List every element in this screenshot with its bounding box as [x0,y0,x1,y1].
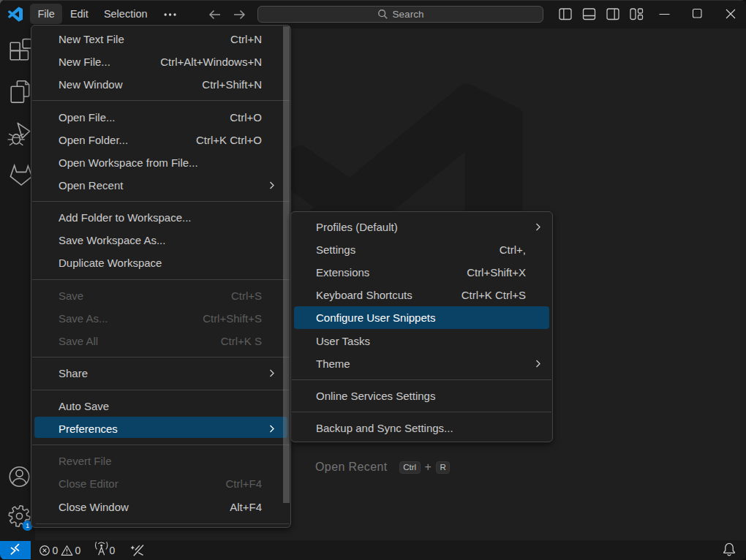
svg-text:0: 0 [110,545,116,556]
svg-text:1: 1 [26,521,29,529]
svg-text:0: 0 [75,545,81,556]
svg-text:0: 0 [53,545,59,556]
